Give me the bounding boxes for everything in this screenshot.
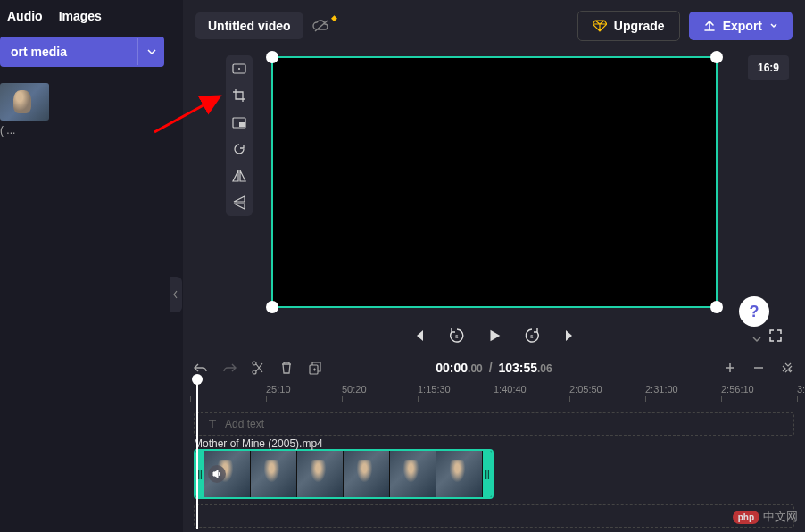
- svg-text:5: 5: [530, 334, 534, 339]
- text-track-placeholder[interactable]: Add text: [194, 412, 794, 436]
- clip-thumbnails: [204, 451, 483, 497]
- export-label: Export: [723, 19, 762, 33]
- tab-audio[interactable]: Audio: [7, 9, 43, 23]
- media-tabs: Audio Images: [0, 9, 170, 37]
- diamond-badge-icon: ◆: [331, 13, 337, 22]
- audio-track-placeholder[interactable]: [194, 504, 794, 528]
- ruler-tick: 3:2: [797, 384, 805, 395]
- playhead[interactable]: [196, 378, 198, 529]
- rewind-icon[interactable]: 5: [449, 328, 465, 344]
- import-label: ort media: [0, 37, 137, 67]
- resize-handle-tl[interactable]: [266, 51, 278, 63]
- ruler-tick: 2:05:50: [569, 384, 602, 395]
- media-filename: ( ...: [0, 124, 170, 137]
- gem-icon: [593, 20, 607, 32]
- tab-images[interactable]: Images: [59, 9, 102, 23]
- upgrade-label: Upgrade: [614, 19, 665, 33]
- watermark: php 中文网: [733, 509, 798, 525]
- zoom-in-icon[interactable]: [723, 361, 737, 375]
- fullscreen-icon[interactable]: [768, 328, 784, 344]
- resize-handle-br[interactable]: [710, 301, 723, 313]
- collapse-left-handle[interactable]: [170, 277, 182, 312]
- topbar: Untitled video ◆ Upgrade Export: [183, 0, 805, 52]
- preview-area: Untitled video ◆ Upgrade Export 16:9: [183, 0, 805, 353]
- svg-rect-5: [239, 122, 245, 127]
- fit-icon[interactable]: [232, 62, 246, 76]
- export-button[interactable]: Export: [689, 12, 793, 40]
- chevron-down-icon: [769, 21, 778, 30]
- canvas-tools: [226, 55, 253, 216]
- add-text-label: Add text: [225, 418, 264, 430]
- split-icon[interactable]: [251, 361, 265, 375]
- crop-icon[interactable]: [232, 88, 246, 103]
- resize-handle-tr[interactable]: [710, 51, 723, 63]
- help-button[interactable]: ?: [739, 296, 769, 327]
- delete-icon[interactable]: [279, 361, 294, 375]
- upload-icon: [703, 20, 716, 32]
- svg-point-7: [253, 362, 256, 365]
- clip-filename: Mother of Mine (2005).mp4: [194, 437, 323, 450]
- zoom-fit-icon[interactable]: [780, 361, 794, 375]
- volume-icon[interactable]: [208, 465, 226, 483]
- rotate-icon[interactable]: [232, 142, 246, 156]
- playback-controls: 5 5: [183, 328, 805, 344]
- redo-icon[interactable]: [222, 361, 237, 375]
- play-icon[interactable]: [486, 328, 502, 344]
- chevron-down-icon[interactable]: [137, 38, 164, 65]
- ruler-tick: 25:10: [266, 384, 291, 395]
- cloud-sync-icon[interactable]: ◆: [312, 19, 330, 33]
- import-media-button[interactable]: ort media: [0, 37, 164, 67]
- chevron-down-icon[interactable]: [751, 336, 762, 343]
- ruler-tick: 2:56:10: [721, 384, 754, 395]
- svg-point-3: [238, 68, 240, 70]
- skip-back-icon[interactable]: [411, 328, 427, 344]
- zoom-out-icon[interactable]: [751, 361, 766, 375]
- upgrade-button[interactable]: Upgrade: [577, 11, 680, 41]
- timeline-panel: 00:00.00 / 103:55.06 25:1050:201:15:301:…: [183, 353, 805, 532]
- pip-icon[interactable]: [232, 115, 246, 129]
- timeline-tracks: Add text Mother of Mine (2005).mp4 || ||: [183, 403, 805, 528]
- undo-icon[interactable]: [194, 361, 208, 375]
- timecode-display: 00:00.00 / 103:55.06: [436, 361, 552, 375]
- svg-point-8: [253, 370, 256, 374]
- clip-handle-right[interactable]: ||: [483, 451, 492, 497]
- flip-horizontal-icon[interactable]: [232, 169, 246, 183]
- ruler-tick: 2:31:00: [645, 384, 678, 395]
- svg-text:5: 5: [455, 334, 459, 339]
- media-thumbnail[interactable]: [0, 83, 49, 121]
- project-title[interactable]: Untitled video: [195, 12, 303, 39]
- timeline-ruler[interactable]: 25:1050:201:15:301:40:402:05:502:31:002:…: [190, 382, 805, 403]
- ruler-tick: 50:20: [342, 384, 367, 395]
- watermark-text: 中文网: [763, 509, 798, 525]
- resize-handle-bl[interactable]: [266, 301, 278, 313]
- ruler-tick: 1:40:40: [494, 384, 527, 395]
- current-time: 00:00: [436, 361, 468, 375]
- ruler-tick: 1:15:30: [418, 384, 451, 395]
- total-time: 103:55: [498, 361, 537, 375]
- watermark-badge: php: [733, 511, 759, 524]
- duplicate-icon[interactable]: [308, 361, 322, 375]
- video-clip[interactable]: || ||: [194, 449, 494, 499]
- media-sidebar: Audio Images ort media ( ...: [0, 0, 170, 532]
- timeline-toolbar: 00:00.00 / 103:55.06: [183, 353, 805, 382]
- flip-vertical-icon[interactable]: [232, 195, 246, 210]
- forward-icon[interactable]: 5: [524, 328, 540, 344]
- video-canvas[interactable]: [271, 56, 718, 308]
- skip-forward-icon[interactable]: [561, 328, 577, 344]
